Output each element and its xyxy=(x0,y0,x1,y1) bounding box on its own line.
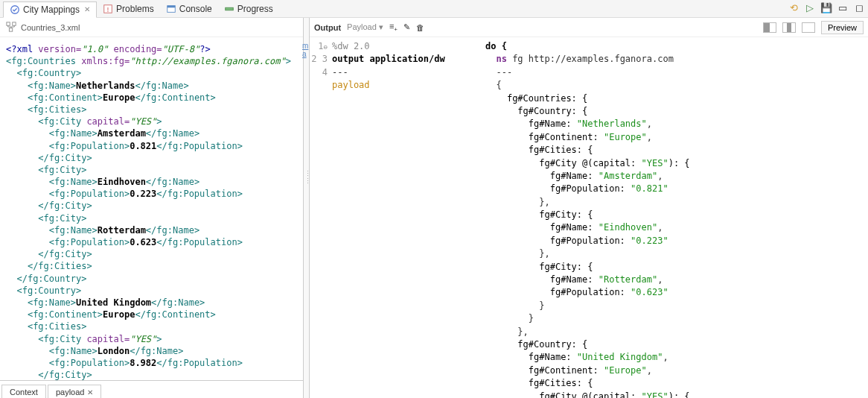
delete-icon[interactable]: 🗑 xyxy=(416,23,424,32)
svg-rect-8 xyxy=(9,28,12,31)
splitter[interactable]: ⋮⋮ ma xyxy=(304,18,310,398)
view-toggle-3[interactable] xyxy=(802,22,815,33)
tab-label: City Mappings xyxy=(23,4,80,15)
right-pane: Output Payload ▾ ≡+ ✎ 🗑 Preview 1⊖ 2 3 4… xyxy=(310,18,868,398)
run-icon[interactable]: ▷ xyxy=(804,1,816,13)
left-pane: Countries_3.xml <?xml version="1.0" enco… xyxy=(0,18,304,398)
tab-console[interactable]: Console xyxy=(160,1,218,17)
progress-icon xyxy=(224,4,234,14)
bottom-tabs: Context payload✕ xyxy=(0,380,303,398)
top-toolbar: ⟲ ▷ 💾 ▭ ◻ xyxy=(788,1,865,13)
file-name: Countries_3.xml xyxy=(21,23,80,32)
tab-city-mappings[interactable]: City Mappings ✕ xyxy=(3,1,97,18)
tab-label: Console xyxy=(179,4,212,14)
console-icon xyxy=(166,4,176,14)
tab-label: Progress xyxy=(237,4,273,14)
problems-icon: ! xyxy=(103,4,113,14)
tab-progress[interactable]: Progress xyxy=(218,1,279,17)
editor-tabs: City Mappings ✕ ! Problems Console Progr… xyxy=(0,0,868,18)
output-toolbar: Output Payload ▾ ≡+ ✎ 🗑 Preview xyxy=(310,18,868,37)
close-icon[interactable]: ✕ xyxy=(87,388,93,397)
tab-problems[interactable]: ! Problems xyxy=(97,1,160,17)
preview-button[interactable]: Preview xyxy=(821,21,864,34)
payload-dropdown[interactable]: Payload ▾ xyxy=(347,22,383,32)
tab-payload[interactable]: payload✕ xyxy=(48,385,102,398)
grip-icon: ⋮⋮ xyxy=(304,170,311,185)
save-icon[interactable]: 💾 xyxy=(820,1,832,13)
fold-indicator: ma xyxy=(302,42,308,58)
xml-source[interactable]: <?xml version="1.0" encoding="UTF-8"?> <… xyxy=(0,37,303,380)
tab-label: Problems xyxy=(116,4,154,14)
svg-rect-4 xyxy=(167,5,175,7)
maximize-icon[interactable]: ◻ xyxy=(853,1,865,13)
mapping-icon xyxy=(10,4,20,15)
svg-text:!: ! xyxy=(107,5,109,13)
edit-icon[interactable]: ✎ xyxy=(403,22,410,32)
svg-rect-7 xyxy=(13,22,16,25)
line-gutter: 1⊖ 2 3 4 xyxy=(310,37,332,398)
output-label: Output xyxy=(314,23,341,32)
tab-context[interactable]: Context xyxy=(1,385,46,398)
add-icon[interactable]: ≡+ xyxy=(389,22,398,33)
minimize-icon[interactable]: ▭ xyxy=(837,1,849,13)
close-icon[interactable]: ✕ xyxy=(84,5,90,13)
file-bar: Countries_3.xml xyxy=(0,18,303,37)
refresh-icon[interactable]: ⟲ xyxy=(788,1,800,13)
view-toggle-2[interactable] xyxy=(782,22,796,33)
svg-rect-5 xyxy=(226,7,234,10)
output-preview[interactable]: do { ns fg http://examples.fganora.com -… xyxy=(481,37,868,398)
view-toggle-1[interactable] xyxy=(763,22,776,33)
dataweave-source[interactable]: %dw 2.0 output application/dw --- payloa… xyxy=(332,37,481,398)
schema-icon xyxy=(6,22,16,34)
svg-rect-6 xyxy=(7,22,10,25)
